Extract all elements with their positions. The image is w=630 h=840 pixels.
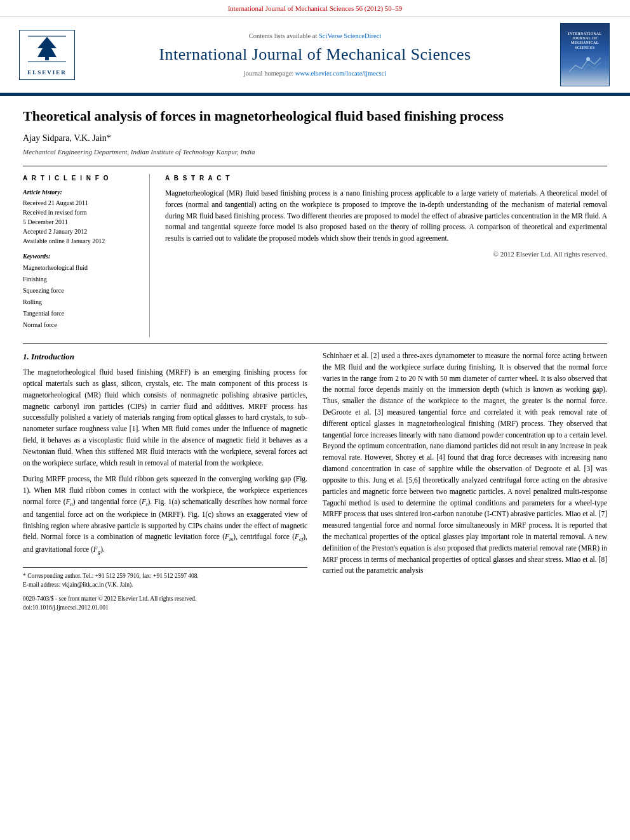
article-container: Theoretical analysis of forces in magnet… [0,96,630,623]
homepage-label: journal homepage: [244,70,293,77]
body-col-left: 1. Introduction The magnetorheological f… [23,350,307,613]
available-online: Available online 8 January 2012 [23,236,139,246]
history-label: Article history: [23,188,139,197]
section1-title: 1. Introduction [23,350,307,363]
top-bar: International Journal of Mechanical Scie… [0,0,630,17]
article-info-heading: A R T I C L E I N F O [23,174,139,183]
abstract-column: A B S T R A C T Magnetorheological (MR) … [165,174,607,337]
keywords-list: Magnetorheological fluid Finishing Squee… [23,262,139,331]
abstract-copyright: © 2012 Elsevier Ltd. All rights reserved… [165,250,607,259]
footnote-corresponding: * Corresponding author. Tel.: +91 512 25… [23,571,307,580]
accepted-date: Accepted 2 January 2012 [23,227,139,236]
sciverse-availability: Contents lists available at SciVerse Sci… [76,32,554,41]
authors-text: Ajay Sidpara, V.K. Jain* [23,133,111,143]
keywords-label: Keywords: [23,252,139,261]
journal-cover-image: INTERNATIONAL JOURNAL OF MECHANICAL SCIE… [560,23,611,86]
svg-point-6 [586,57,590,61]
body-two-col: 1. Introduction The magnetorheological f… [23,350,607,613]
sciverse-link[interactable]: SciVerse ScienceDirect [319,32,381,39]
header-center: Contents lists available at SciVerse Sci… [76,32,554,79]
keyword-4: Rolling [23,297,139,308]
received-date: Received 21 August 2011 [23,198,139,208]
keyword-5: Tangential force [23,308,139,319]
keyword-3: Squeezing force [23,285,139,297]
elsevier-logo-top-text [25,33,69,67]
article-divider-top [23,166,607,166]
footnote-issn: 0020-7403/$ - see front matter © 2012 El… [23,594,307,603]
journal-header: ELSEVIER Contents lists available at Sci… [0,17,630,94]
measured-word: measured [387,408,415,416]
received-revised-label: Received in revised form [23,208,139,217]
cover-journal-title: INTERNATIONAL JOURNAL OF MECHANICAL SCIE… [563,32,607,50]
keywords-section: Keywords: Magnetorheological fluid Finis… [23,252,139,331]
body-col1-para1: The magnetorheological fluid based finis… [23,367,307,469]
footnote-email: E-mail address: vkjain@iitk.ac.in (V.K. … [23,580,307,589]
article-info-column: A R T I C L E I N F O Article history: R… [23,174,150,337]
article-affiliation: Mechanical Engineering Department, India… [23,147,607,157]
abstract-heading: A B S T R A C T [165,174,607,183]
journal-homepage-line: journal homepage: www.elsevier.com/locat… [76,69,554,79]
svg-rect-4 [45,57,49,60]
body-col1-para2: During MRFF process, the MR fluid ribbon… [23,474,307,556]
article-authors: Ajay Sidpara, V.K. Jain* [23,132,607,145]
footnote-doi: doi:10.1016/j.ijmecsci.2012.01.001 [23,603,307,612]
received-revised-date: 5 December 2011 [23,217,139,227]
elsevier-brand-name: ELSEVIER [27,69,67,77]
keyword-2: Finishing [23,274,139,285]
abstract-text: Magnetorheological (MR) fluid based fini… [165,188,607,244]
article-history: Article history: Received 21 August 2011… [23,188,139,246]
keyword-1: Magnetorheological fluid [23,262,139,274]
keyword-6: Normal force [23,319,139,331]
journal-title: International Journal of Mechanical Scie… [76,43,554,66]
article-title: Theoretical analysis of forces in magnet… [23,107,607,126]
body-col-right: Schinhaer et al. [2] used a three-axes d… [323,350,607,613]
elsevier-logo: ELSEVIER [19,30,76,79]
svg-rect-5 [566,53,604,78]
body-divider [23,343,607,344]
footnote-area: * Corresponding author. Tel.: +91 512 25… [23,567,307,613]
body-col2-para1: Schinhaer et al. [2] used a three-axes d… [323,350,607,577]
homepage-url[interactable]: www.elsevier.com/locate/ijmecsci [295,70,386,77]
journal-issue-info: International Journal of Mechanical Scie… [228,4,403,12]
article-info-abstract-section: A R T I C L E I N F O Article history: R… [23,174,607,337]
